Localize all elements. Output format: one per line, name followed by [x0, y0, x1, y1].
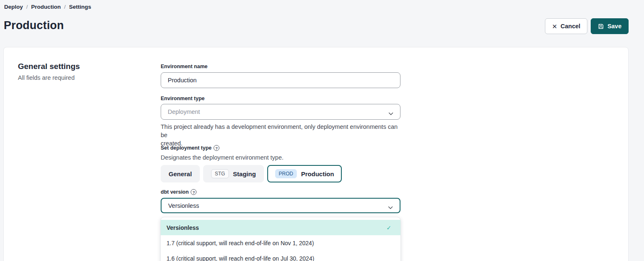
environment-type-select[interactable]: Deployment: [161, 104, 400, 120]
dbt-version-select[interactable]: Versionless: [161, 198, 400, 213]
deployment-type-label-text: Set deployment type: [161, 145, 211, 151]
deployment-option-general[interactable]: General: [161, 165, 200, 182]
breadcrumb-deploy[interactable]: Deploy: [4, 4, 23, 10]
dropdown-option-1-6[interactable]: 1.6 (critical support, will reach end-of…: [161, 251, 400, 261]
environment-type-value: Deployment: [168, 108, 200, 115]
general-settings-card: General settings All fields are required…: [3, 47, 629, 261]
help-icon[interactable]: ?: [214, 145, 219, 151]
breadcrumb: Deploy / Production / Settings: [4, 4, 91, 10]
deployment-option-production[interactable]: PROD Production: [267, 165, 342, 182]
dbt-version-value: Versionless: [168, 202, 199, 209]
deployment-option-staging[interactable]: STG Staging: [203, 165, 264, 182]
dropdown-option-label: 1.6 (critical support, will reach end-of…: [167, 255, 314, 261]
section-title: General settings: [18, 62, 80, 71]
breadcrumb-settings[interactable]: Settings: [69, 4, 91, 10]
deployment-type-options: General STG Staging PROD Production: [161, 165, 342, 182]
cancel-button[interactable]: ✕ Cancel: [545, 18, 587, 34]
page-title: Production: [4, 19, 64, 32]
dbt-version-label-text: dbt version: [161, 189, 189, 195]
staging-badge: STG: [211, 169, 229, 178]
deployment-type-label: Set deployment type ?: [161, 145, 219, 151]
environment-type-helper: This project already has a development e…: [161, 123, 400, 148]
breadcrumb-separator: /: [64, 4, 66, 10]
dropdown-option-label: 1.7 (critical support, will reach end-of…: [167, 240, 314, 246]
dropdown-option-1-7[interactable]: 1.7 (critical support, will reach end-of…: [161, 235, 400, 251]
dropdown-option-label: Versionless: [167, 224, 199, 231]
dbt-version-label: dbt version ?: [161, 189, 196, 195]
chevron-down-icon: [388, 204, 393, 207]
close-icon: ✕: [552, 23, 557, 30]
chevron-down-icon: [388, 110, 393, 113]
cancel-button-label: Cancel: [561, 23, 581, 30]
environment-name-label: Environment name: [161, 64, 208, 69]
dbt-version-dropdown: Versionless ✓ 1.7 (critical support, wil…: [161, 217, 400, 261]
check-icon: ✓: [386, 224, 391, 231]
helper-line-1: This project already has a development e…: [161, 123, 400, 139]
breadcrumb-separator: /: [26, 4, 28, 10]
help-icon[interactable]: ?: [191, 189, 196, 195]
floppy-disk-icon: [598, 23, 604, 30]
save-button[interactable]: Save: [591, 18, 629, 34]
deployment-option-production-label: Production: [301, 170, 334, 177]
deployment-type-description: Designates the deployment environment ty…: [161, 154, 283, 161]
section-subtitle: All fields are required: [18, 74, 75, 81]
deployment-option-general-label: General: [169, 170, 192, 177]
prod-badge: PROD: [275, 169, 297, 178]
save-button-label: Save: [607, 23, 622, 30]
dropdown-option-versionless[interactable]: Versionless ✓: [161, 220, 400, 235]
environment-type-label: Environment type: [161, 96, 205, 101]
deployment-option-staging-label: Staging: [233, 170, 256, 177]
header-actions: ✕ Cancel Save: [545, 18, 629, 34]
environment-name-input[interactable]: [161, 72, 400, 88]
breadcrumb-production[interactable]: Production: [31, 4, 61, 10]
